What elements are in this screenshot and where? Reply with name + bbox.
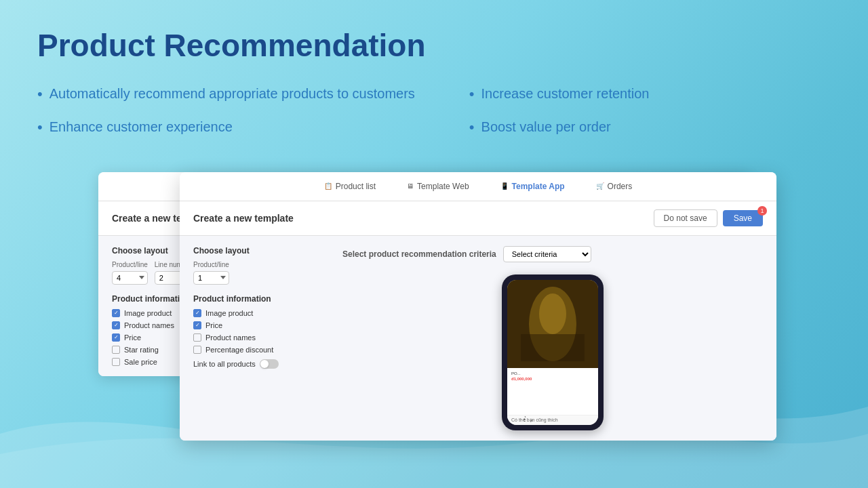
front-checkbox-image-product-input[interactable] xyxy=(193,309,201,317)
front-checkbox-product-names-input[interactable] xyxy=(193,333,201,342)
front-save-button[interactable]: Save 1 xyxy=(723,210,763,226)
back-checkbox-star-rating-input[interactable] xyxy=(112,346,120,354)
front-tab-template-app-label: Template App xyxy=(512,182,565,191)
front-form-area: Choose layout Product/line 1234 Product … xyxy=(180,236,776,441)
back-checkbox-price-input[interactable] xyxy=(112,333,120,342)
front-checkbox-image-product[interactable]: Image product xyxy=(193,309,329,317)
front-tab-product-list-label: Product list xyxy=(336,182,376,191)
front-tab-bar: 📋 Product list 🖥 Template Web 📱 Template… xyxy=(180,172,776,201)
front-tab-template-app-icon: 📱 xyxy=(500,182,509,190)
screenshots-wrapper: 📋 Product list 🖥 Template Web 📱 Template… xyxy=(98,172,831,441)
phone-product-title: PO... xyxy=(511,371,594,375)
bullets-left: • Automatically recommend appropriate pr… xyxy=(37,84,415,138)
front-content-header: Create a new template Do not save Save 1 xyxy=(180,201,776,236)
back-product-line-label: Product/line xyxy=(112,261,148,268)
front-checkbox-price[interactable]: Price xyxy=(193,321,329,329)
bullet-dot-2: • xyxy=(37,117,43,138)
bullet-dot-3: • xyxy=(469,84,475,105)
front-layout-section-label: Choose layout xyxy=(193,246,329,256)
back-checkbox-product-names-input[interactable] xyxy=(112,321,120,329)
phone-text-area: PO... đ1,000,000 xyxy=(507,368,598,415)
front-tab-template-web[interactable]: 🖥 Template Web xyxy=(401,179,474,194)
front-tab-orders-label: Orders xyxy=(608,182,633,191)
bullet-item-2: • Enhance customer experience xyxy=(37,117,415,138)
bullet-text-1: Automatically recommend appropriate prod… xyxy=(50,84,415,103)
front-tab-template-app[interactable]: 📱 Template App xyxy=(495,179,570,194)
back-product-line-select[interactable]: 423 xyxy=(112,271,148,285)
bullet-item-4: • Boost value per order xyxy=(469,117,650,138)
svg-rect-3 xyxy=(521,334,585,361)
front-checkbox-group: Image product Price Product names P xyxy=(193,309,329,354)
bullets-container: • Automatically recommend appropriate pr… xyxy=(37,84,831,138)
back-checkbox-image-product-input[interactable] xyxy=(112,309,120,317)
phone-footer: Có thể bạn cũng thích xyxy=(507,415,598,425)
phone-screen: PO... đ1,000,000 Có thể bạn cũng thích xyxy=(507,280,598,425)
front-layout-controls: Product/line 1234 xyxy=(193,261,329,285)
front-header-buttons: Do not save Save 1 xyxy=(654,209,763,227)
front-product-line-select[interactable]: 1234 xyxy=(193,271,229,285)
front-product-line-group: Product/line 1234 xyxy=(193,261,229,285)
front-checkbox-price-input[interactable] xyxy=(193,321,201,329)
bullets-right: • Increase customer retention • Boost va… xyxy=(469,84,650,138)
front-criteria-select[interactable]: Select criteria xyxy=(503,246,591,262)
front-link-all-label: Link to all products xyxy=(193,360,256,368)
front-form-right: Select product recommendation criteria S… xyxy=(342,246,763,430)
front-checkbox-percentage-discount-input[interactable] xyxy=(193,346,201,354)
bullet-text-3: Increase customer retention xyxy=(481,84,650,103)
front-criteria-label: Select product recommendation criteria xyxy=(342,249,496,259)
front-do-not-save-button[interactable]: Do not save xyxy=(654,209,717,227)
save-badge: 1 xyxy=(757,206,767,216)
front-link-all-toggle[interactable] xyxy=(260,359,279,369)
back-checkbox-sale-price-input[interactable] xyxy=(112,358,120,366)
svg-point-2 xyxy=(539,293,566,334)
bullet-text-4: Boost value per order xyxy=(481,117,611,136)
front-link-all-products: Link to all products xyxy=(193,359,329,369)
bullet-dot-4: • xyxy=(469,117,475,138)
front-tab-product-list[interactable]: 📋 Product list xyxy=(319,179,381,194)
bullet-dot-1: • xyxy=(37,84,43,105)
bullet-text-2: Enhance customer experience xyxy=(50,117,233,136)
front-tab-product-list-icon: 📋 xyxy=(324,182,332,190)
front-checkbox-product-names[interactable]: Product names xyxy=(193,333,329,342)
screenshot-front: 📋 Product list 🖥 Template Web 📱 Template… xyxy=(180,172,776,441)
front-template-title: Create a new template xyxy=(193,213,294,224)
front-tab-orders[interactable]: 🛒 Orders xyxy=(591,179,638,194)
bullet-item-1: • Automatically recommend appropriate pr… xyxy=(37,84,415,105)
front-product-info-label: Product information xyxy=(193,294,329,304)
front-toggle-knob xyxy=(260,360,269,368)
front-tab-orders-icon: 🛒 xyxy=(596,182,604,190)
front-tab-template-web-label: Template Web xyxy=(417,182,469,191)
back-product-line-group: Product/line 423 xyxy=(112,261,148,285)
front-criteria-header: Select product recommendation criteria S… xyxy=(342,246,763,262)
front-checkbox-percentage-discount[interactable]: Percentage discount xyxy=(193,346,329,354)
front-product-line-label: Product/line xyxy=(193,261,229,268)
phone-product-price: đ1,000,000 xyxy=(511,377,594,381)
page-title: Product Recommendation xyxy=(37,27,831,64)
front-tab-template-web-icon: 🖥 xyxy=(407,182,414,190)
phone-mockup: PO... đ1,000,000 Có thể bạn cũng thích xyxy=(502,274,604,430)
bullet-item-3: • Increase customer retention xyxy=(469,84,650,105)
phone-product-image xyxy=(507,280,598,368)
front-form-left: Choose layout Product/line 1234 Product … xyxy=(193,246,329,430)
